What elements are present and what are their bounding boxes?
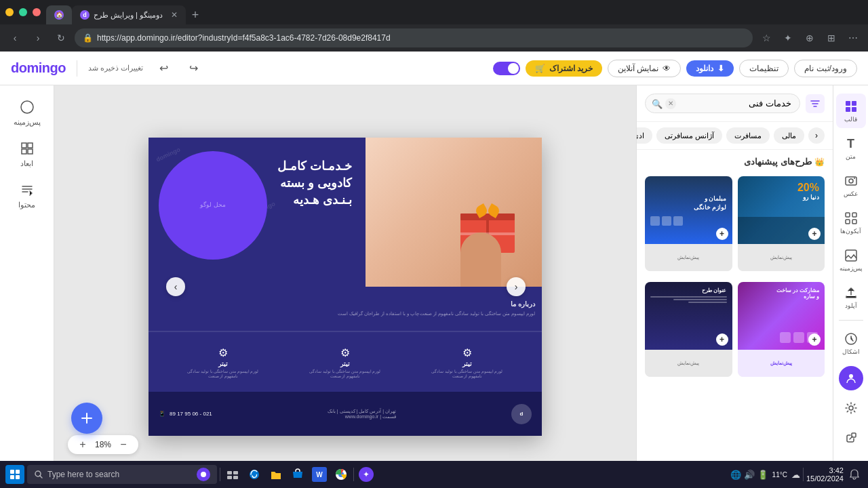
- taskbar-app-folder[interactable]: [267, 465, 285, 484]
- taskbar-app-store[interactable]: [288, 465, 307, 484]
- panel-card-1[interactable]: مبلمان ولوازم خانگی +: [645, 176, 732, 271]
- icon-bar-shapes[interactable]: اشکال: [836, 326, 866, 361]
- notification-button[interactable]: [846, 466, 863, 483]
- icon-bar-icons[interactable]: آیکون‌ها: [836, 205, 866, 240]
- panel-filter-button[interactable]: [806, 94, 825, 113]
- tool-content[interactable]: محتوا: [4, 176, 50, 215]
- buy-button[interactable]: خرید اشتراک 🛒: [526, 60, 602, 77]
- card-1-add[interactable]: +: [716, 228, 728, 240]
- icon-bar-photo[interactable]: عکس: [836, 168, 866, 203]
- tag-other[interactable]: ادی: [637, 127, 652, 144]
- right-panel: 🔍 ✕ ‹ مالی مسافرت آژانس مسافرتی ادی: [636, 85, 833, 488]
- browser-tab-active[interactable]: d دومینگو | ویرایش طرح ✕: [72, 5, 186, 24]
- share-link-icon[interactable]: [839, 426, 863, 450]
- card-4-preview: پیش‌نمایش: [738, 350, 825, 377]
- panel-card-3[interactable]: عنوان طرح + پیش‌نمایش: [645, 282, 732, 377]
- minimize-button[interactable]: [5, 8, 14, 16]
- search-clear-icon[interactable]: ✕: [665, 98, 676, 109]
- svg-rect-30: [233, 476, 238, 479]
- volume-icon[interactable]: 🔊: [744, 470, 755, 480]
- settings-gear-icon[interactable]: [839, 396, 863, 420]
- download-button[interactable]: ⬇ دانلود: [686, 60, 734, 77]
- tool-background[interactable]: پس‌زمینه: [4, 94, 50, 132]
- card-4-add[interactable]: +: [808, 333, 821, 346]
- card-1-content: مبلمان ولوازم خانگی: [645, 189, 732, 230]
- card-2-add[interactable]: +: [808, 228, 821, 240]
- menu-button[interactable]: ⋯: [844, 28, 863, 47]
- left-toolbar: پس‌زمینه ابعاد محتوا: [0, 85, 54, 488]
- main-area: پس‌زمینه ابعاد محتوا ‹ › ›: [0, 85, 868, 488]
- taskbar-app-task-view[interactable]: [223, 465, 242, 484]
- card-2-discount: 20% دنیا رو: [797, 182, 819, 201]
- svg-rect-8: [852, 107, 856, 112]
- redo-button[interactable]: ↪: [184, 59, 203, 78]
- tag-agency[interactable]: آژانس مسافرتی: [656, 127, 722, 144]
- svg-rect-15: [852, 220, 856, 224]
- logo-circle: محل لوگو: [159, 151, 267, 260]
- back-button[interactable]: ‹: [5, 28, 24, 47]
- network-icon[interactable]: 🌐: [730, 470, 741, 480]
- icon-bar-upload[interactable]: آپلود: [836, 280, 866, 314]
- window-controls: [5, 8, 41, 16]
- address-text: https://app.domingo.ir/editor?industryId…: [97, 33, 391, 43]
- canvas-area[interactable]: ‹ › › domingo domingo domingo domingo: [54, 85, 636, 488]
- tool-dimensions[interactable]: ابعاد: [4, 135, 50, 174]
- login-button[interactable]: ورود/ثبت نام: [794, 60, 857, 77]
- extensions-button[interactable]: ⊕: [800, 28, 819, 47]
- new-tab-button[interactable]: +: [186, 5, 205, 24]
- forward-button[interactable]: ›: [28, 28, 47, 47]
- address-bar[interactable]: 🔒 https://app.domingo.ir/editor?industry…: [75, 28, 753, 47]
- favorites-button[interactable]: ☆: [757, 28, 776, 47]
- icon-bar-template[interactable]: قالب: [836, 94, 866, 128]
- fab-button[interactable]: [71, 403, 102, 434]
- address-bar-row: ‹ › ↻ 🔒 https://app.domingo.ir/editor?in…: [0, 24, 868, 52]
- panel-card-4[interactable]: مشارکت در ساختو ساره +: [738, 282, 825, 377]
- canvas-prev-button[interactable]: ‹: [166, 277, 185, 296]
- svg-point-18: [849, 374, 853, 378]
- tag-finance[interactable]: مالی: [774, 127, 804, 144]
- refresh-button[interactable]: ↻: [52, 28, 71, 47]
- tags-prev-button[interactable]: ‹: [808, 127, 825, 144]
- watermark: domingo: [155, 146, 182, 163]
- close-button[interactable]: [33, 8, 41, 16]
- copilot-button[interactable]: ✦: [778, 28, 797, 47]
- dimensions-icon: [19, 140, 35, 157]
- header-right: ورود/ثبت نام تنظیمات ⬇ دانلود 👁 نمایش آن…: [493, 60, 857, 77]
- zoom-out-button[interactable]: −: [117, 438, 130, 451]
- svg-rect-22: [16, 470, 20, 474]
- settings-button-label: تنظیمات: [749, 64, 778, 73]
- taskbar-tray: 🌐 🔊 🔋 11°C ☁: [730, 470, 800, 480]
- tab-close-button[interactable]: ✕: [167, 10, 178, 20]
- battery-icon[interactable]: 🔋: [757, 470, 768, 480]
- undo-button[interactable]: ↩: [154, 59, 173, 78]
- svg-rect-6: [852, 101, 856, 106]
- icon-bar-background[interactable]: پس‌زمینه: [836, 243, 866, 277]
- taskbar-search-bar[interactable]: Type here to search: [27, 465, 217, 484]
- icons-icon: [844, 211, 859, 226]
- zoom-in-button[interactable]: +: [76, 438, 90, 451]
- browser-tab-inactive[interactable]: 🏠: [46, 5, 72, 24]
- icon-bar-text[interactable]: T متن: [836, 131, 866, 165]
- panel-card-2[interactable]: 20% دنیا رو + پیش‌نمایش: [738, 176, 825, 271]
- content-label: محتوا: [18, 201, 35, 209]
- settings-button[interactable]: تنظیمات: [739, 60, 789, 77]
- taskbar-clock[interactable]: 3:42 15/02/2024: [806, 466, 844, 483]
- tag-travel[interactable]: مسافرت: [726, 127, 770, 144]
- panel-scrollable[interactable]: 👑 طرح‌های پیشنهادی مبلمان ولوازم خانگی: [637, 150, 833, 488]
- card-4-text: مشارکت در ساختو ساره: [743, 287, 820, 300]
- start-button[interactable]: [5, 465, 24, 484]
- taskbar-app-word[interactable]: W: [310, 465, 329, 484]
- taskbar-app-edge[interactable]: [245, 465, 264, 484]
- dark-mode-toggle[interactable]: [493, 62, 520, 75]
- card-3-add[interactable]: +: [716, 333, 728, 346]
- user-avatar-icon[interactable]: [839, 366, 863, 390]
- maximize-button[interactable]: [19, 8, 27, 16]
- collections-button[interactable]: ⊞: [822, 28, 841, 47]
- preview-button[interactable]: 👁 نمایش آنلاین: [608, 60, 681, 77]
- taskbar-app-chrome[interactable]: [332, 465, 351, 484]
- canvas-next-button[interactable]: ›: [507, 277, 526, 296]
- canvas-container: domingo domingo domingo domingo محل لوگو: [149, 138, 542, 436]
- buy-icon: 🛒: [535, 64, 545, 73]
- toggle-switch[interactable]: [493, 62, 520, 75]
- taskbar-app-copilot[interactable]: ✦: [357, 465, 376, 484]
